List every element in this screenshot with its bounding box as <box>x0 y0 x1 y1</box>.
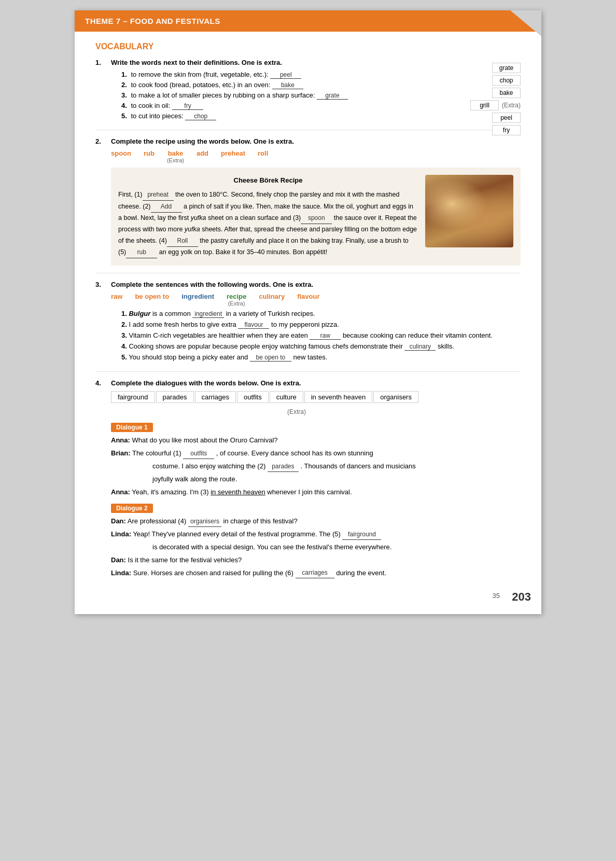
vocabulary-title: VOCABULARY <box>95 42 521 51</box>
wordbox-grate: grate <box>492 63 521 73</box>
q3-items: 1. Bulgur is a common ingredient in a va… <box>121 310 521 362</box>
theme-header: THEME 7 – FOOD AND FESTIVALS <box>75 10 541 32</box>
dialogue-2-label: Dialogue 2 <box>111 504 153 513</box>
list-item: 1. to remove the skin from (fruit, veget… <box>121 71 521 79</box>
ans-organisers: organisers <box>188 517 221 527</box>
wordbox-peel: peel <box>492 113 521 123</box>
q4-instruction: Complete the dialogues with the words be… <box>111 379 521 387</box>
list-item: 1. Bulgur is a common ingredient in a va… <box>121 310 521 318</box>
dialogue-linda-2: Linda: Sure. Horses are chosen and raise… <box>111 568 521 579</box>
answer-bake: bake <box>272 81 303 89</box>
q3-words: raw be open to ingredient recipe (Extra)… <box>111 293 521 307</box>
ans-fairground: fairground <box>342 530 381 540</box>
extra-culture: (Extra) <box>287 408 521 415</box>
dialogue-1: Anna: What do you like most about the Or… <box>111 435 521 497</box>
wordbox-fry: fry <box>492 125 521 135</box>
ans-be-open-to: be open to <box>250 354 291 362</box>
word-recipe: recipe <box>227 293 246 300</box>
answer-chop: chop <box>185 113 216 120</box>
recipe-section: Cheese Börek Recipe First, (1)preheat th… <box>111 168 521 266</box>
q3-instruction: Complete the sentences with the followin… <box>111 281 521 288</box>
page-number-outer: 203 <box>512 590 531 604</box>
ans-roll: Roll <box>167 235 198 247</box>
word-ingredient: ingredient <box>181 293 214 300</box>
word-bake-col: bake (Extra) <box>167 149 184 163</box>
q4-chips-container: fairground parades carriages outfits cul… <box>111 391 521 415</box>
word-box-container: grate chop bake grill (Extra) peel fry <box>470 63 521 135</box>
dialogue-1-label: Dialogue 1 <box>111 423 153 432</box>
q4-chips: fairground parades carriages outfits cul… <box>111 391 521 404</box>
dialogue-2: Dan: Are professional (4) organisers in … <box>111 516 521 578</box>
answer-fry: fry <box>172 102 203 110</box>
question-2-block: 2. Complete the recipe using the words b… <box>95 137 521 266</box>
chip-culture: culture <box>270 391 303 403</box>
q4-number: 4. <box>95 379 107 387</box>
question-1-block: 1. Write the words next to their definit… <box>95 59 521 122</box>
dialogue-anna-1: Anna: What do you like most about the Or… <box>111 435 521 446</box>
extra-label-1: (Extra) <box>502 102 521 109</box>
q2-words: spoon rub bake (Extra) add preheat roll <box>111 149 521 163</box>
wordbox-chop: chop <box>492 75 521 86</box>
list-item: 3. Vitamin C-rich vegetables are healthi… <box>121 331 521 340</box>
recipe-title: Cheese Börek Recipe <box>118 175 418 186</box>
word-raw: raw <box>111 293 122 300</box>
answer-grate: grate <box>317 92 348 100</box>
word-spoon: spoon <box>111 149 131 157</box>
page-number-inner: 35 <box>95 588 521 604</box>
recipe-paragraph: First, (1)preheat the oven to 180°C. Sec… <box>118 189 418 258</box>
q2-instruction: Complete the recipe using the words belo… <box>111 137 521 145</box>
q2-number: 2. <box>95 137 107 145</box>
dialogue-brian-1: Brian: The colourful (1) outfits , of co… <box>111 448 521 459</box>
answer-peel: peel <box>270 71 301 79</box>
divider-1 <box>95 130 521 130</box>
dialogue-linda-1-cont: is decorated with a special design. You … <box>152 542 521 553</box>
chip-fairground: fairground <box>111 391 155 403</box>
dialogue-dan-1: Dan: Are professional (4) organisers in … <box>111 516 521 527</box>
word-flavour: flavour <box>297 293 319 300</box>
dialogue-linda-1: Linda: Yeap! They've planned every detai… <box>111 529 521 540</box>
ans-spoon: spoon <box>301 213 332 224</box>
word-add: add <box>197 149 208 157</box>
chip-carriages: carriages <box>195 391 236 403</box>
recipe-text: Cheese Börek Recipe First, (1)preheat th… <box>118 175 418 258</box>
list-item: 5. to cut into pieces: chop <box>121 112 521 120</box>
dialogue-brian-1-cont2: joyfully walk along the route. <box>152 474 521 485</box>
word-be-open-to: be open to <box>135 293 169 300</box>
page: THEME 7 – FOOD AND FESTIVALS VOCABULARY … <box>75 10 541 614</box>
word-culinary: culinary <box>259 293 285 300</box>
word-recipe-col: recipe (Extra) <box>227 293 246 307</box>
list-item: 2. to cook food (bread, potatoes, etc.) … <box>121 81 521 89</box>
wordbox-bake: bake <box>492 88 521 98</box>
dialogue-anna-2: Anna: Yeah, it's amazing. I'm (3) in sev… <box>111 487 521 498</box>
list-item: 3. to make a lot of smaller pieces by ru… <box>121 91 521 100</box>
question-3-block: 3. Complete the sentences with the follo… <box>95 281 521 364</box>
q1-content: Write the words next to their definition… <box>111 59 521 122</box>
ans-rub: rub <box>126 247 157 258</box>
ans-add: Add <box>151 201 182 213</box>
chip-outfits: outfits <box>237 391 269 403</box>
list-item: 2. I add some fresh herbs to give extra … <box>121 321 521 329</box>
ans-flavour: flavour <box>238 321 269 329</box>
question-4-block: 4. Complete the dialogues with the words… <box>95 379 521 580</box>
ans-raw: raw <box>310 332 341 340</box>
q1-items: 1. to remove the skin from (fruit, veget… <box>121 71 521 120</box>
extra-bake: (Extra) <box>167 157 184 163</box>
q1-instruction: Write the words next to their definition… <box>111 59 521 66</box>
content-area: VOCABULARY grate chop bake grill (Extra)… <box>75 32 541 614</box>
list-item: 5. You should stop being a picky eater a… <box>121 353 521 362</box>
dialogue-brian-1-cont: costume. I also enjoy watching the (2) p… <box>152 461 521 472</box>
list-item: 4. to cook in oil: fry <box>121 102 521 110</box>
word-roll: roll <box>258 149 268 157</box>
ans-carriages: carriages <box>296 568 334 578</box>
extra-recipe: (Extra) <box>228 300 245 307</box>
list-item: 4. Cooking shows are popular because peo… <box>121 342 521 351</box>
divider-2 <box>95 273 521 273</box>
ans-preheat: preheat <box>143 189 174 201</box>
ans-parades: parades <box>268 462 299 472</box>
q2-content: Complete the recipe using the words belo… <box>111 137 521 266</box>
recipe-image <box>425 175 513 247</box>
q3-content: Complete the sentences with the followin… <box>111 281 521 364</box>
dialogue-dan-2: Dan: Is it the same for the festival veh… <box>111 555 521 566</box>
chip-organisers: organisers <box>373 391 418 403</box>
wordbox-grill: grill <box>470 100 499 110</box>
